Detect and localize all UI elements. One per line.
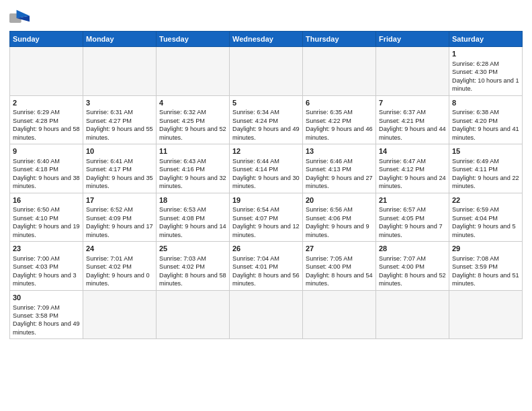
calendar-cell: 23Sunrise: 7:00 AM Sunset: 4:03 PM Dayli… [10, 242, 83, 291]
day-info: Sunrise: 6:59 AM Sunset: 4:04 PM Dayligh… [452, 205, 519, 239]
calendar-week-row: 23Sunrise: 7:00 AM Sunset: 4:03 PM Dayli… [10, 242, 523, 291]
calendar-cell [376, 290, 449, 339]
calendar-cell: 22Sunrise: 6:59 AM Sunset: 4:04 PM Dayli… [449, 193, 523, 242]
day-number: 24 [86, 244, 153, 254]
day-info: Sunrise: 6:32 AM Sunset: 4:25 PM Dayligh… [159, 108, 226, 142]
calendar-cell: 5Sunrise: 6:34 AM Sunset: 4:24 PM Daylig… [230, 95, 303, 144]
day-number: 15 [452, 146, 519, 156]
calendar-cell: 29Sunrise: 7:08 AM Sunset: 3:59 PM Dayli… [449, 242, 523, 291]
day-info: Sunrise: 6:40 AM Sunset: 4:18 PM Dayligh… [13, 157, 80, 191]
calendar-week-row: 30Sunrise: 7:09 AM Sunset: 3:58 PM Dayli… [10, 290, 523, 339]
calendar-cell: 17Sunrise: 6:52 AM Sunset: 4:09 PM Dayli… [83, 193, 157, 242]
calendar-week-row: 1Sunrise: 6:28 AM Sunset: 4:30 PM Daylig… [10, 47, 523, 96]
weekday-header-row: SundayMondayTuesdayWednesdayThursdayFrid… [10, 32, 523, 47]
day-info: Sunrise: 7:01 AM Sunset: 4:02 PM Dayligh… [86, 255, 153, 288]
day-info: Sunrise: 6:54 AM Sunset: 4:07 PM Dayligh… [232, 205, 300, 239]
day-number: 6 [306, 98, 373, 108]
day-info: Sunrise: 6:28 AM Sunset: 4:30 PM Dayligh… [452, 60, 519, 93]
day-number: 18 [159, 195, 226, 205]
calendar-cell [83, 47, 157, 96]
day-info: Sunrise: 6:56 AM Sunset: 4:06 PM Dayligh… [306, 205, 373, 239]
day-info: Sunrise: 6:46 AM Sunset: 4:13 PM Dayligh… [306, 157, 373, 191]
day-number: 13 [306, 146, 373, 156]
calendar-cell: 9Sunrise: 6:40 AM Sunset: 4:18 PM Daylig… [10, 144, 83, 193]
calendar-cell [230, 290, 303, 339]
day-number: 27 [306, 244, 373, 254]
calendar-cell: 12Sunrise: 6:44 AM Sunset: 4:14 PM Dayli… [230, 144, 303, 193]
day-info: Sunrise: 7:04 AM Sunset: 4:01 PM Dayligh… [232, 255, 300, 288]
calendar-body: 1Sunrise: 6:28 AM Sunset: 4:30 PM Daylig… [10, 47, 523, 339]
calendar-cell: 18Sunrise: 6:53 AM Sunset: 4:08 PM Dayli… [157, 193, 230, 242]
day-info: Sunrise: 6:35 AM Sunset: 4:22 PM Dayligh… [306, 108, 373, 142]
day-info: Sunrise: 6:47 AM Sunset: 4:12 PM Dayligh… [379, 157, 446, 191]
calendar-cell [157, 47, 230, 96]
day-number: 5 [232, 98, 300, 108]
day-number: 14 [379, 146, 446, 156]
calendar-cell: 2Sunrise: 6:29 AM Sunset: 4:28 PM Daylig… [10, 95, 83, 144]
day-info: Sunrise: 6:53 AM Sunset: 4:08 PM Dayligh… [159, 205, 226, 239]
calendar-cell [449, 290, 523, 339]
calendar-cell [83, 290, 157, 339]
logo [9, 7, 34, 27]
day-number: 28 [379, 244, 446, 254]
weekday-header-monday: Monday [83, 32, 157, 47]
day-number: 17 [86, 195, 153, 205]
day-number: 21 [379, 195, 446, 205]
calendar-cell [303, 47, 376, 96]
day-info: Sunrise: 7:07 AM Sunset: 4:00 PM Dayligh… [379, 255, 446, 288]
calendar-header: SundayMondayTuesdayWednesdayThursdayFrid… [10, 32, 523, 47]
calendar-cell: 16Sunrise: 6:50 AM Sunset: 4:10 PM Dayli… [10, 193, 83, 242]
calendar-cell: 27Sunrise: 7:05 AM Sunset: 4:00 PM Dayli… [303, 242, 376, 291]
day-info: Sunrise: 6:38 AM Sunset: 4:20 PM Dayligh… [452, 108, 519, 142]
day-number: 8 [452, 98, 519, 108]
day-info: Sunrise: 6:29 AM Sunset: 4:28 PM Dayligh… [13, 108, 80, 142]
day-info: Sunrise: 6:52 AM Sunset: 4:09 PM Dayligh… [86, 205, 153, 239]
day-number: 16 [13, 195, 80, 205]
generalblue-logo-icon [9, 9, 30, 27]
calendar-week-row: 9Sunrise: 6:40 AM Sunset: 4:18 PM Daylig… [10, 144, 523, 193]
day-number: 7 [379, 98, 446, 108]
day-info: Sunrise: 7:05 AM Sunset: 4:00 PM Dayligh… [306, 255, 373, 288]
calendar-table: SundayMondayTuesdayWednesdayThursdayFrid… [9, 31, 523, 339]
day-number: 10 [86, 146, 153, 156]
day-number: 9 [13, 146, 80, 156]
calendar-cell: 4Sunrise: 6:32 AM Sunset: 4:25 PM Daylig… [157, 95, 230, 144]
calendar-cell: 13Sunrise: 6:46 AM Sunset: 4:13 PM Dayli… [303, 144, 376, 193]
day-number: 3 [86, 98, 153, 108]
day-number: 22 [452, 195, 519, 205]
calendar-cell: 8Sunrise: 6:38 AM Sunset: 4:20 PM Daylig… [449, 95, 523, 144]
calendar-cell [376, 47, 449, 96]
calendar-week-row: 16Sunrise: 6:50 AM Sunset: 4:10 PM Dayli… [10, 193, 523, 242]
day-info: Sunrise: 7:09 AM Sunset: 3:58 PM Dayligh… [13, 304, 80, 337]
calendar-week-row: 2Sunrise: 6:29 AM Sunset: 4:28 PM Daylig… [10, 95, 523, 144]
weekday-header-saturday: Saturday [449, 32, 523, 47]
calendar-cell: 14Sunrise: 6:47 AM Sunset: 4:12 PM Dayli… [376, 144, 449, 193]
calendar-cell [157, 290, 230, 339]
calendar-cell: 28Sunrise: 7:07 AM Sunset: 4:00 PM Dayli… [376, 242, 449, 291]
weekday-header-friday: Friday [376, 32, 449, 47]
day-info: Sunrise: 6:50 AM Sunset: 4:10 PM Dayligh… [13, 205, 80, 239]
day-number: 2 [13, 98, 80, 108]
calendar-cell: 20Sunrise: 6:56 AM Sunset: 4:06 PM Dayli… [303, 193, 376, 242]
day-number: 25 [159, 244, 226, 254]
weekday-header-tuesday: Tuesday [157, 32, 230, 47]
day-info: Sunrise: 6:34 AM Sunset: 4:24 PM Dayligh… [232, 108, 300, 142]
day-number: 29 [452, 244, 519, 254]
day-info: Sunrise: 6:49 AM Sunset: 4:11 PM Dayligh… [452, 157, 519, 191]
calendar-cell: 15Sunrise: 6:49 AM Sunset: 4:11 PM Dayli… [449, 144, 523, 193]
day-number: 11 [159, 146, 226, 156]
day-number: 20 [306, 195, 373, 205]
calendar-cell [230, 47, 303, 96]
calendar-cell: 1Sunrise: 6:28 AM Sunset: 4:30 PM Daylig… [449, 47, 523, 96]
calendar-cell [10, 47, 83, 96]
day-number: 19 [232, 195, 300, 205]
weekday-header-wednesday: Wednesday [230, 32, 303, 47]
header [9, 7, 523, 27]
calendar-cell: 11Sunrise: 6:43 AM Sunset: 4:16 PM Dayli… [157, 144, 230, 193]
day-number: 23 [13, 244, 80, 254]
weekday-header-sunday: Sunday [10, 32, 83, 47]
day-info: Sunrise: 6:31 AM Sunset: 4:27 PM Dayligh… [86, 108, 153, 142]
calendar-cell: 24Sunrise: 7:01 AM Sunset: 4:02 PM Dayli… [83, 242, 157, 291]
calendar-cell: 7Sunrise: 6:37 AM Sunset: 4:21 PM Daylig… [376, 95, 449, 144]
day-number: 12 [232, 146, 300, 156]
